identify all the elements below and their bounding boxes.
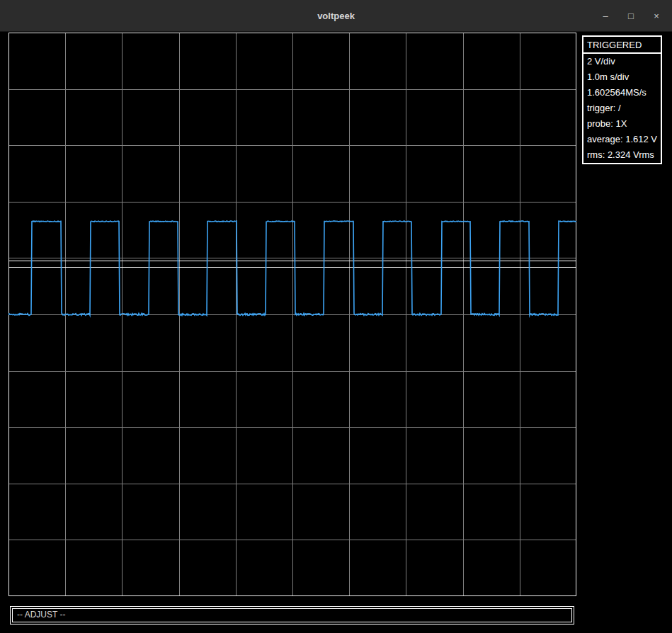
readout-sample-rate: 1.602564MS/s xyxy=(583,85,661,101)
readout-probe: probe: 1X xyxy=(583,116,661,132)
app-window: voltpeek – □ × TRIGGERED 2 V/div 1.0m s/… xyxy=(0,0,672,633)
window-controls: – □ × xyxy=(600,0,662,32)
close-icon[interactable]: × xyxy=(651,0,662,32)
maximize-icon[interactable]: □ xyxy=(625,0,637,32)
adjust-mode-label: -- ADJUST -- xyxy=(17,610,65,620)
window-title: voltpeek xyxy=(317,11,355,21)
scope-canvas[interactable] xyxy=(8,33,576,596)
status-bar-inner: -- ADJUST -- xyxy=(12,608,572,622)
readout-average: average: 1.612 V xyxy=(583,132,661,147)
readout-volts-per-div: 2 V/div xyxy=(583,54,661,69)
titlebar[interactable]: voltpeek – □ × xyxy=(0,0,672,32)
status-bar: -- ADJUST -- xyxy=(10,606,574,625)
readout-time-per-div: 1.0m s/div xyxy=(583,69,661,85)
minimize-icon[interactable]: – xyxy=(600,0,611,32)
readout-trigger-edge: trigger: / xyxy=(583,101,661,116)
readout-panel: TRIGGERED 2 V/div 1.0m s/div 1.602564MS/… xyxy=(582,35,662,164)
readout-rms: rms: 2.324 Vrms xyxy=(583,147,661,163)
trigger-status-label: TRIGGERED xyxy=(583,37,661,54)
